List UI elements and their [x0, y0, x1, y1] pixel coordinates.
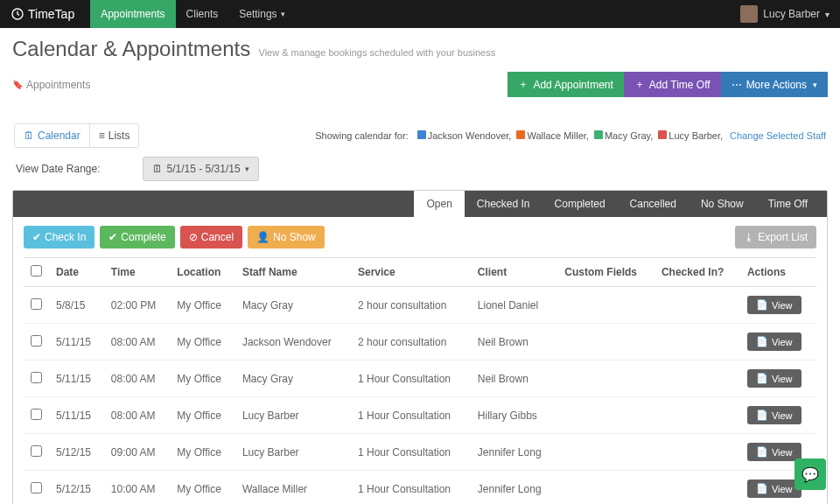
table-row: 5/12/1510:00 AMMy OfficeWallace Miller1 … — [24, 471, 816, 505]
page-body: Calendar & Appointments View & manage bo… — [0, 28, 840, 504]
cell-checked — [654, 434, 740, 471]
cell-date: 5/8/15 — [49, 287, 104, 324]
download-icon: ⭳ — [744, 231, 754, 243]
tab-lists[interactable]: ≡ Lists — [89, 124, 139, 147]
date-range-value: 5/1/15 - 5/31/15 — [167, 163, 241, 175]
row-checkbox[interactable] — [31, 409, 42, 420]
list-icon: ≡ — [99, 130, 105, 142]
breadcrumb-label: Appointments — [26, 79, 90, 91]
chevron-down-icon: ▾ — [281, 10, 285, 18]
top-bar: TimeTap AppointmentsClientsSettings▾ Luc… — [0, 0, 840, 28]
cell-location: My Office — [170, 471, 235, 505]
status-tab-no-show[interactable]: No Show — [689, 191, 756, 217]
change-staff-link[interactable]: Change Selected Staff — [730, 130, 826, 141]
status-tab-open[interactable]: Open — [414, 191, 464, 217]
view-label: View — [772, 374, 793, 384]
cell-staff: Macy Gray — [235, 287, 351, 324]
cell-location: My Office — [170, 434, 235, 471]
column-header: Client — [471, 258, 557, 287]
checkin-button[interactable]: ✔ Check In — [24, 226, 94, 248]
add-time-off-button[interactable]: ＋ Add Time Off — [624, 72, 721, 97]
staff-swatch — [516, 130, 525, 139]
row-checkbox[interactable] — [31, 298, 42, 310]
tab-calendar[interactable]: 🗓 Calendar — [15, 124, 89, 147]
add-appointment-label: Add Appointment — [533, 79, 612, 91]
view-button[interactable]: 📄View — [747, 332, 802, 351]
chat-icon: 💬 — [802, 466, 819, 483]
cell-location: My Office — [170, 287, 235, 324]
add-time-off-label: Add Time Off — [649, 79, 710, 91]
complete-button[interactable]: ✔ Complete — [100, 226, 174, 248]
status-tab-completed[interactable]: Completed — [542, 191, 618, 217]
file-icon: 📄 — [756, 336, 768, 347]
help-button[interactable]: 💬 — [794, 458, 826, 490]
row-checkbox[interactable] — [31, 482, 42, 494]
file-icon: 📄 — [756, 373, 768, 384]
date-range-picker[interactable]: 🗓 5/1/15 - 5/31/15 ▾ — [143, 157, 259, 181]
cell-date: 5/11/15 — [49, 397, 104, 434]
table-row: 5/11/1508:00 AMMy OfficeJackson Wendover… — [24, 324, 816, 360]
status-tab-time-off[interactable]: Time Off — [756, 191, 820, 217]
chevron-down-icon: ▾ — [813, 80, 817, 89]
user-menu[interactable]: Lucy Barber ▾ — [740, 5, 830, 23]
nav-clients[interactable]: Clients — [176, 0, 229, 28]
status-tab-bar: OpenChecked InCompletedCancelledNo ShowT… — [13, 191, 827, 217]
cell-client: Jennifer Long — [471, 434, 557, 471]
cell-service: 1 Hour Consultation — [351, 360, 471, 397]
cancel-label: Cancel — [201, 231, 234, 243]
file-icon: 📄 — [756, 446, 768, 458]
check-icon: ✔ — [108, 231, 117, 243]
cell-staff: Wallace Miller — [235, 471, 351, 505]
row-checkbox[interactable] — [31, 445, 42, 457]
view-label: View — [772, 484, 793, 494]
cancel-button[interactable]: ⊘ Cancel — [180, 226, 242, 248]
noshow-button[interactable]: 👤 No Show — [248, 226, 325, 248]
view-label: View — [772, 447, 793, 458]
bookmark-icon: 🔖 — [12, 80, 23, 89]
file-icon: 📄 — [756, 410, 768, 421]
cell-time: 10:00 AM — [104, 471, 171, 505]
cell-custom — [557, 324, 654, 360]
cell-time: 02:00 PM — [104, 287, 171, 324]
noshow-label: No Show — [273, 231, 316, 243]
complete-label: Complete — [121, 231, 165, 243]
table-row: 5/11/1508:00 AMMy OfficeLucy Barber1 Hou… — [24, 397, 816, 434]
cell-client: Jennifer Long — [471, 471, 557, 505]
cell-service: 1 Hour Consultation — [351, 397, 471, 434]
ban-icon: ⊘ — [189, 231, 198, 243]
view-button[interactable]: 📄View — [747, 296, 802, 314]
breadcrumb-row: 🔖 Appointments ＋ Add Appointment ＋ Add T… — [12, 72, 828, 97]
page-title: Calendar & Appointments — [12, 37, 250, 60]
add-appointment-button[interactable]: ＋ Add Appointment — [508, 72, 623, 97]
nav-appointments[interactable]: Appointments — [90, 0, 175, 28]
cell-time: 08:00 AM — [104, 360, 171, 397]
view-label: View — [772, 300, 793, 311]
row-checkbox[interactable] — [31, 372, 42, 383]
view-button[interactable]: 📄View — [747, 406, 802, 424]
brand-logo[interactable]: TimeTap — [10, 7, 74, 21]
breadcrumb[interactable]: 🔖 Appointments — [12, 79, 90, 91]
cell-checked — [654, 471, 740, 505]
calendar-icon: 🗓 — [24, 130, 34, 142]
status-tab-cancelled[interactable]: Cancelled — [618, 191, 689, 217]
nav-settings[interactable]: Settings▾ — [228, 0, 295, 28]
avatar — [740, 5, 758, 23]
cell-staff: Lucy Barber — [235, 397, 351, 434]
view-button[interactable]: 📄View — [747, 369, 802, 388]
view-button[interactable]: 📄View — [747, 443, 802, 461]
table-row: 5/8/1502:00 PMMy OfficeMacy Gray2 hour c… — [24, 287, 816, 324]
calendar-icon: 🗓 — [152, 163, 163, 175]
cell-staff: Lucy Barber — [235, 434, 351, 471]
export-button[interactable]: ⭳ Export List — [735, 226, 816, 248]
view-button[interactable]: 📄View — [747, 480, 802, 498]
cell-staff: Jackson Wendover — [235, 324, 351, 360]
select-all-checkbox[interactable] — [31, 265, 42, 276]
cell-checked — [654, 360, 740, 397]
more-actions-button[interactable]: ⋯ More Actions ▾ — [721, 72, 828, 97]
view-label: View — [772, 337, 793, 347]
status-tab-checked-in[interactable]: Checked In — [465, 191, 542, 217]
row-checkbox[interactable] — [31, 335, 42, 346]
staff-name: Jackson Wendover, — [428, 130, 512, 141]
clock-icon — [10, 7, 24, 21]
file-icon: 📄 — [756, 483, 768, 494]
